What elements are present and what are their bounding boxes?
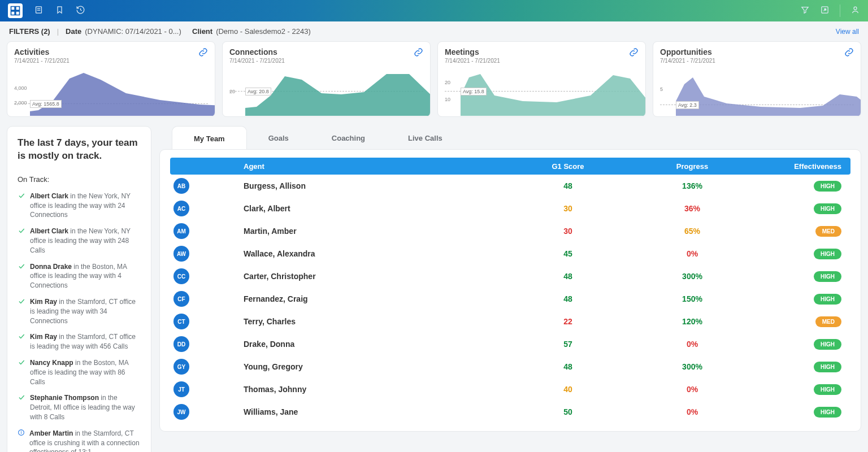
table-row[interactable]: AW Wallace, Alexandra 45 0% HIGH — [170, 242, 850, 265]
table-row[interactable]: JT Thomas, Johnny 40 0% HIGH — [170, 378, 850, 401]
agent-name: Drake, Donna — [244, 340, 506, 349]
divider — [840, 5, 840, 17]
g1-score: 22 — [506, 317, 630, 326]
kpi-card-opportunities[interactable]: Opportunities 7/14/2021 - 7/21/2021 5 Av… — [653, 41, 861, 117]
svg-point-7 — [21, 431, 21, 432]
tab-coaching[interactable]: Coaching — [310, 126, 387, 150]
avatar: GY — [173, 359, 189, 375]
insight-item[interactable]: Amber Martin in the Stamford, CT office … — [18, 425, 141, 452]
progress: 0% — [630, 407, 754, 416]
g1-score: 48 — [506, 294, 630, 303]
avatar: AW — [173, 246, 189, 262]
insight-item[interactable]: Donna Drake in the Boston, MA office is … — [18, 259, 141, 294]
card-daterange: 7/14/2021 - 7/21/2021 — [660, 58, 715, 64]
insight-item[interactable]: Nancy Knapp in the Boston, MA office is … — [18, 355, 141, 390]
history-icon[interactable] — [76, 5, 85, 17]
tab-goals[interactable]: Goals — [247, 126, 310, 150]
client-label[interactable]: Client — [192, 27, 212, 36]
tabs: My TeamGoalsCoachingLive Calls — [159, 126, 861, 150]
col-effectiveness[interactable]: Effectiveness — [754, 162, 850, 171]
g1-score: 48 — [506, 362, 630, 371]
progress: 300% — [630, 272, 754, 281]
table-header: Agent G1 Score Progress Effectiveness — [170, 158, 850, 175]
progress: 150% — [630, 294, 754, 303]
col-g1[interactable]: G1 Score — [506, 162, 630, 171]
avatar: JT — [173, 381, 189, 397]
table-row[interactable]: CC Carter, Christopher 48 300% HIGH — [170, 265, 850, 288]
effectiveness-badge: HIGH — [814, 384, 841, 395]
agent-name: Carter, Christopher — [244, 272, 506, 281]
table-row[interactable]: CF Fernandez, Craig 48 150% HIGH — [170, 288, 850, 310]
app-logo[interactable] — [8, 3, 23, 18]
col-agent[interactable]: Agent — [244, 162, 506, 171]
insight-item[interactable]: Albert Clark in the New York, NY office … — [18, 188, 141, 223]
team-table: Agent G1 Score Progress Effectiveness AB… — [159, 149, 861, 432]
effectiveness-badge: HIGH — [814, 407, 841, 418]
card-daterange: 7/14/2021 - 7/21/2021 — [445, 58, 500, 64]
table-row[interactable]: CT Terry, Charles 22 120% MED — [170, 310, 850, 333]
filters-label[interactable]: FILTERS (2) — [9, 27, 50, 36]
table-row[interactable]: AC Clark, Albert 30 36% HIGH — [170, 197, 850, 220]
avg-label: Avg: 1565.8 — [30, 100, 62, 108]
insight-item[interactable]: Kim Ray in the Stamford, CT office is le… — [18, 294, 141, 329]
agent-name: Terry, Charles — [244, 317, 506, 326]
avg-label: Avg: 15.8 — [461, 88, 487, 95]
table-row[interactable]: AM Martin, Amber 30 65% MED — [170, 220, 850, 242]
progress: 36% — [630, 204, 754, 213]
col-progress[interactable]: Progress — [630, 162, 754, 171]
agent-name: Burgess, Allison — [244, 181, 506, 190]
effectiveness-badge: HIGH — [814, 181, 841, 192]
svg-point-4 — [854, 7, 857, 10]
insight-item[interactable]: Albert Clark in the New York, NY office … — [18, 223, 141, 258]
link-icon[interactable] — [414, 47, 423, 59]
card-title: Meetings — [445, 47, 500, 56]
avatar: CF — [173, 291, 189, 307]
g1-score: 30 — [506, 227, 630, 236]
kpi-card-activities[interactable]: Activities 7/14/2021 - 7/21/2021 4,0002,… — [7, 41, 215, 117]
g1-score: 30 — [506, 204, 630, 213]
g1-score: 45 — [506, 249, 630, 258]
kpi-card-meetings[interactable]: Meetings 7/14/2021 - 7/21/2021 2010 Avg:… — [437, 41, 646, 117]
table-row[interactable]: DD Drake, Donna 57 0% HIGH — [170, 333, 850, 355]
table-row[interactable]: JW Williams, Jane 50 0% HIGH — [170, 401, 850, 423]
avatar: AC — [173, 201, 189, 216]
card-title: Activities — [14, 47, 70, 56]
agent-name: Williams, Jane — [244, 407, 506, 416]
kpi-card-connections[interactable]: Connections 7/14/2021 - 7/21/2021 20 Avg… — [222, 41, 431, 117]
agent-name: Wallace, Alexandra — [244, 249, 506, 258]
link-icon[interactable] — [629, 47, 639, 59]
link-icon[interactable] — [844, 47, 854, 59]
insight-item[interactable]: Stephanie Thompson in the Detroit, MI of… — [18, 390, 141, 425]
date-label[interactable]: Date — [66, 27, 81, 36]
effectiveness-badge: MED — [815, 226, 841, 237]
progress: 65% — [630, 227, 754, 236]
effectiveness-badge: HIGH — [814, 362, 841, 372]
tab-my team[interactable]: My Team — [172, 126, 247, 150]
table-row[interactable]: AB Burgess, Allison 48 136% HIGH — [170, 175, 850, 197]
effectiveness-badge: HIGH — [814, 339, 841, 350]
user-icon[interactable] — [850, 5, 860, 17]
page-icon[interactable] — [34, 5, 44, 17]
agent-name: Martin, Amber — [244, 227, 506, 236]
svg-rect-0 — [36, 6, 42, 12]
bookmark-icon[interactable] — [55, 5, 64, 17]
link-icon[interactable] — [198, 47, 208, 59]
g1-score: 40 — [506, 385, 630, 394]
card-title: Opportunities — [660, 47, 715, 56]
progress: 136% — [630, 181, 754, 190]
export-icon[interactable] — [820, 5, 830, 17]
insight-item[interactable]: Kim Ray in the Stamford, CT office is le… — [18, 329, 141, 355]
avatar: JW — [173, 404, 189, 420]
agent-name: Fernandez, Craig — [244, 294, 506, 303]
card-daterange: 7/14/2021 - 7/21/2021 — [229, 58, 285, 64]
client-value: (Demo - Salesdemo2 - 2243) — [216, 27, 311, 36]
agent-name: Young, Gregory — [244, 362, 506, 371]
table-row[interactable]: GY Young, Gregory 48 300% HIGH — [170, 355, 850, 378]
tab-live calls[interactable]: Live Calls — [387, 126, 464, 150]
filter-icon[interactable] — [800, 5, 810, 17]
view-all-link[interactable]: View all — [836, 28, 859, 36]
g1-score: 48 — [506, 272, 630, 281]
insights-list: Albert Clark in the New York, NY office … — [18, 188, 141, 452]
avatar: DD — [173, 336, 189, 352]
progress: 120% — [630, 317, 754, 326]
